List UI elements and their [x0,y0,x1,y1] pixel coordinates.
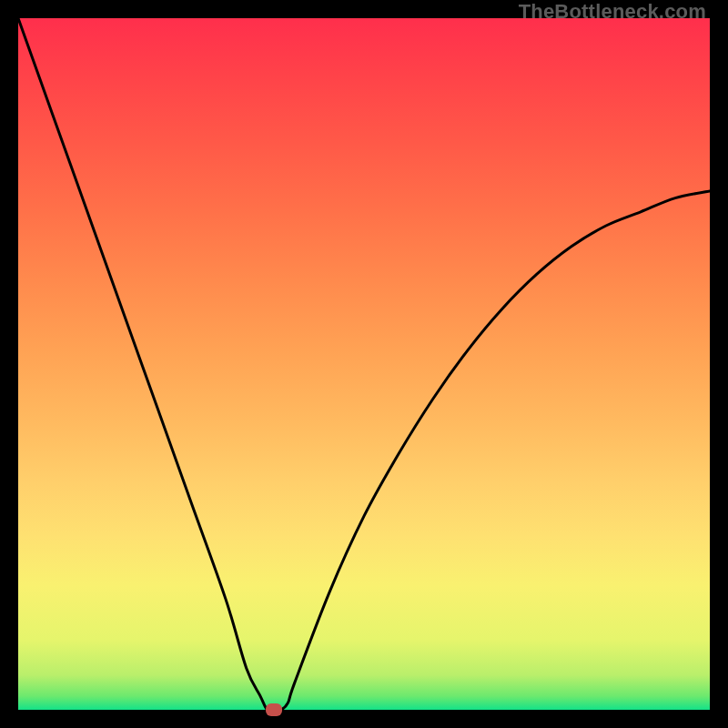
chart-stage: TheBottleneck.com [0,0,728,728]
bottleneck-curve-path [18,18,710,710]
curve-svg [18,18,710,710]
minimum-marker [266,703,282,716]
plot-area [18,18,710,710]
